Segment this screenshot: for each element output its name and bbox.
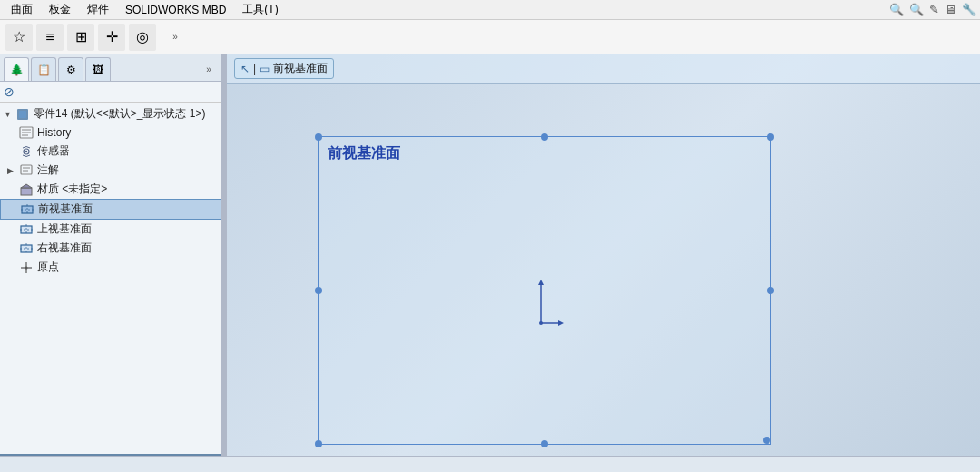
front-plane-icon [19,202,35,217]
part-icon [15,107,31,122]
menu-solidworks-mbd[interactable]: SOLIDWORKS MBD [118,2,233,18]
tree-item-history[interactable]: History [0,123,221,142]
svg-point-29 [539,321,543,325]
annotation-expand-arrow: ▶ [7,166,18,175]
handle-mid-right[interactable] [767,287,774,294]
sidebar-tab-properties[interactable]: 📋 [31,57,56,81]
edit-icon[interactable]: ✎ [929,3,939,16]
handle-bottom-left[interactable] [315,440,322,447]
sidebar-tabs-more[interactable]: » [200,57,218,81]
viewport-header: ↖ | ▭ 前视基准面 [227,54,980,84]
separator: | [253,63,256,75]
annotation-label: 注解 [37,162,59,178]
root-expand-arrow: ▼ [4,110,15,119]
menu-tools[interactable]: 工具(T) [235,0,285,19]
sensor-label: 传感器 [37,143,70,159]
cursor-icon: ↖ [240,63,250,75]
top-plane-icon [18,222,34,237]
origin-icon [18,261,34,275]
plane-rectangle: 前视基准面 [318,136,771,445]
svg-point-7 [25,150,27,152]
handle-top-right[interactable] [767,133,774,141]
tree-item-material[interactable]: 材质 <未指定> [0,180,221,199]
svg-rect-8 [21,165,32,174]
filter-icon [4,84,15,99]
menu-sheet-metal[interactable]: 板金 [42,0,78,19]
svg-marker-26 [538,280,544,285]
tree-item-front-plane[interactable]: 前视基准面 [0,199,221,220]
root-part-label: 零件14 (默认<<默认>_显示状态 1>) [34,106,205,122]
sidebar-filter [0,82,221,103]
tree-item-right-plane[interactable]: 右视基准面 [0,239,221,258]
front-plane-label: 前视基准面 [38,202,93,217]
svg-marker-28 [558,320,564,326]
circle-icon: ◎ [136,28,149,45]
history-label: History [37,126,71,139]
toolbar-divider-1 [162,26,162,48]
properties-icon: 📋 [37,64,51,76]
toolbar-grid-button[interactable]: ⊞ [67,24,94,51]
feature-tree: ▼ 零件14 (默认<<默认>_显示状态 1>) [0,103,221,454]
new-icon: ☆ [13,28,25,45]
svg-rect-1 [19,111,26,118]
tree-root-part[interactable]: ▼ 零件14 (默认<<默认>_显示状态 1>) [0,104,221,123]
tree-item-origin[interactable]: 原点 [0,258,221,277]
status-bar [0,456,980,472]
sidebar-tab-display[interactable]: 🖼 [85,57,111,81]
material-icon [18,182,34,197]
plane-small-icon: ▭ [260,63,270,75]
toolbar-circle-button[interactable]: ◎ [129,24,156,51]
toolbar-new-button[interactable]: ☆ [5,24,33,51]
sidebar-tabs: 🌲 📋 ⚙ 🖼 » [0,54,221,82]
origin-label: 原点 [37,260,59,275]
viewport[interactable]: ↖ | ▭ 前视基准面 前视基准面 [227,54,980,456]
tree-item-sensor[interactable]: 传感器 [0,142,221,161]
view-selector[interactable]: ↖ | ▭ 前视基准面 [234,58,334,79]
toolbar-more-button[interactable]: » [168,25,182,49]
plane-label: 前视基准面 [328,144,400,163]
handle-top-center[interactable] [541,133,548,141]
svg-rect-11 [21,188,32,195]
annotation-icon [18,163,34,178]
menu-bar: 曲面 板金 焊件 SOLIDWORKS MBD 工具(T) 🔍 🔍 ✎ 🖥 🔧 [0,0,980,20]
handle-bottom-center[interactable] [541,440,548,447]
right-plane-label: 右视基准面 [37,241,92,256]
top-plane-label: 上视基准面 [37,221,92,237]
sensor-icon [18,144,34,159]
sidebar-tab-feature-tree[interactable]: 🌲 [4,57,29,81]
handle-top-left[interactable] [315,133,322,141]
feature-tree-icon: 🌲 [10,64,24,76]
settings-icon[interactable]: 🔧 [962,3,976,16]
history-icon [18,125,34,140]
tree-item-annotation[interactable]: ▶ 注解 [0,161,221,180]
search-icon[interactable]: 🔍 [889,3,904,16]
coordinate-axes [518,278,564,332]
main-area: 🌲 📋 ⚙ 🖼 » ▼ [0,54,980,456]
menu-weldments[interactable]: 焊件 [80,0,116,19]
material-label: 材质 <未指定> [37,182,107,197]
view-label: 前视基准面 [273,61,328,76]
handle-bottom-right[interactable] [763,437,770,444]
toolbar: ☆ ≡ ⊞ ✛ ◎ » [0,20,980,54]
grid-icon: ⊞ [75,28,87,45]
toolbar-add-button[interactable]: ✛ [98,24,125,51]
config-icon: ⚙ [66,64,76,76]
monitor-icon[interactable]: 🖥 [945,3,956,16]
sidebar: 🌲 📋 ⚙ 🖼 » ▼ [0,54,222,456]
toolbar-list-button[interactable]: ≡ [36,24,64,51]
right-plane-icon [18,241,34,256]
svg-point-24 [25,266,28,269]
handle-mid-left[interactable] [315,287,322,294]
search-2-icon[interactable]: 🔍 [909,3,924,16]
sidebar-tab-config[interactable]: ⚙ [58,57,83,81]
list-icon: ≡ [45,29,54,45]
tree-item-top-plane[interactable]: 上视基准面 [0,220,221,239]
menu-surface[interactable]: 曲面 [4,0,40,19]
display-icon: 🖼 [93,64,103,76]
add-icon: ✛ [106,28,118,45]
svg-marker-12 [21,184,32,188]
